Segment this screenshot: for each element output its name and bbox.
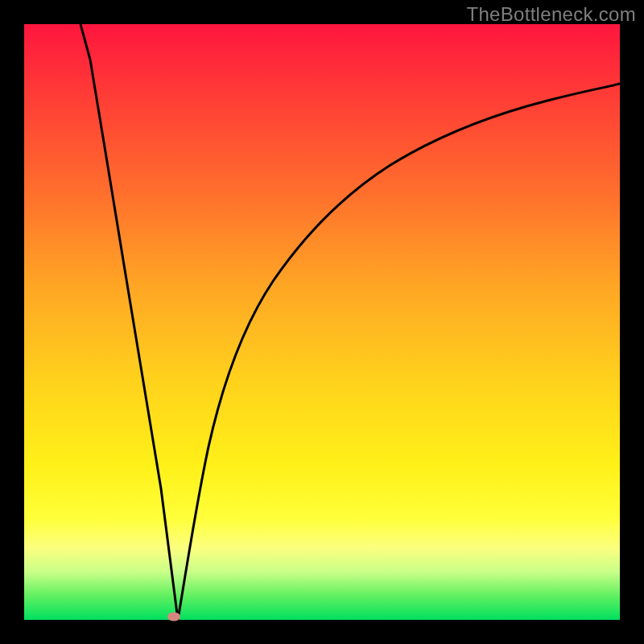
curve-left-branch (80, 24, 178, 620)
watermark-text: TheBottleneck.com (466, 3, 636, 26)
optimal-point-marker (167, 613, 180, 621)
bottleneck-curve (24, 24, 620, 620)
plot-area (24, 24, 620, 620)
chart-frame: TheBottleneck.com (0, 0, 644, 644)
curve-right-branch (178, 84, 620, 620)
